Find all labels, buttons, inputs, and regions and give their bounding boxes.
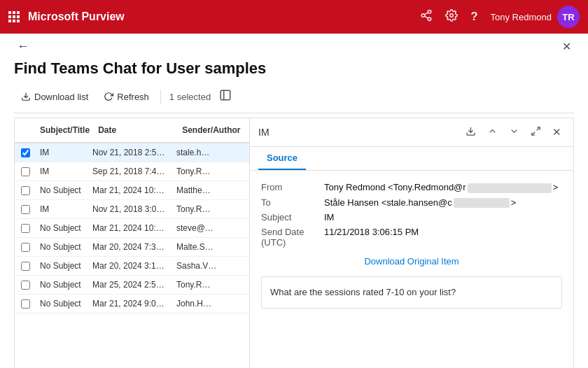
nav-row: ← ✕: [14, 34, 574, 57]
svg-rect-7: [220, 90, 230, 100]
row-sender: Malte.S…: [172, 238, 249, 256]
refresh-button[interactable]: Refresh: [97, 88, 156, 106]
row-date: Mar 25, 2024 2:56 …: [88, 276, 172, 294]
row-checkbox[interactable]: [15, 276, 36, 294]
svg-point-1: [421, 13, 425, 17]
row-date: Mar 21, 2024 10:34…: [88, 181, 172, 199]
row-checkbox[interactable]: [15, 239, 36, 256]
table-row[interactable]: No SubjectMar 21, 2024 9:04 …John.H…: [15, 295, 249, 313]
row-subject: No Subject: [36, 276, 88, 294]
row-subject: No Subject: [36, 295, 88, 313]
download-original-container: Download Original Item: [261, 256, 562, 267]
settings-icon[interactable]: [445, 9, 458, 25]
row-sender: Tony.R…: [172, 162, 249, 181]
field-send-date: Send Date (UTC) 11/21/2018 3:06:15 PM: [261, 227, 562, 248]
username: Tony Redmond: [491, 12, 552, 22]
detail-tabs: Source: [250, 147, 573, 171]
detail-panel-title: IM: [258, 127, 458, 138]
row-date: Nov 21, 2018 2:55 …: [88, 143, 172, 162]
row-subject: No Subject: [36, 181, 88, 199]
from-value: Tony Redmond <Tony.Redmond@r>: [324, 182, 562, 193]
detail-up-button[interactable]: [484, 124, 501, 141]
topbar-icons: ? Tony Redmond TR: [420, 6, 580, 28]
subject-value: IM: [324, 212, 562, 222]
detail-download-button[interactable]: [462, 124, 479, 141]
app-name: Microsoft Purview: [28, 10, 413, 23]
main-content: ← ✕ Find Teams Chat for User samples Dow…: [0, 34, 588, 368]
tab-source[interactable]: Source: [258, 147, 306, 170]
col-date: Date: [94, 122, 178, 138]
row-checkbox[interactable]: [15, 201, 36, 218]
table-body: IMNov 21, 2018 2:55 …stale.h…IMSep 21, 2…: [15, 143, 249, 368]
back-button[interactable]: ←: [17, 39, 29, 54]
svg-line-4: [425, 12, 428, 14]
close-button[interactable]: ✕: [562, 40, 571, 53]
svg-point-2: [428, 17, 431, 21]
row-checkbox[interactable]: [15, 182, 36, 199]
download-list-button[interactable]: Download list: [14, 88, 95, 106]
row-subject: IM: [36, 143, 88, 162]
refresh-label: Refresh: [117, 92, 149, 102]
split-layout: Subject/Title Date Sender/Author IMNov 2…: [14, 118, 574, 368]
detail-expand-button[interactable]: [527, 124, 545, 141]
table-row[interactable]: IMSep 21, 2018 7:49 P…Tony.R…: [15, 162, 249, 181]
col-sender: Sender/Author: [178, 122, 249, 138]
table-row[interactable]: IMNov 21, 2018 3:00 …Tony.R…: [15, 200, 249, 219]
table-header: Subject/Title Date Sender/Author: [15, 118, 249, 143]
email-detail: From Tony Redmond <Tony.Redmond@r> To St…: [250, 171, 573, 368]
field-subject: Subject IM: [261, 212, 562, 222]
table-row[interactable]: No SubjectMar 20, 2024 3:15 …Sasha.V…: [15, 257, 249, 276]
row-sender: stale.h…: [172, 143, 249, 162]
detail-panel: IM: [249, 118, 574, 368]
table-row[interactable]: No SubjectMar 21, 2024 10:44…steve@…: [15, 219, 249, 238]
topbar: Microsoft Purview ? Tony Redmond TR: [0, 0, 588, 34]
row-date: Mar 20, 2024 3:15 …: [88, 257, 172, 275]
avatar-initials: TR: [562, 12, 574, 22]
page-title: Find Teams Chat for User samples: [14, 59, 574, 78]
row-subject: No Subject: [36, 238, 88, 256]
row-checkbox[interactable]: [15, 220, 36, 237]
send-date-value: 11/21/2018 3:06:15 PM: [324, 227, 562, 248]
detail-close-button[interactable]: ✕: [549, 124, 565, 141]
from-label: From: [261, 182, 324, 193]
row-sender: Tony.R…: [172, 200, 249, 218]
svg-line-3: [425, 16, 428, 18]
download-original-link[interactable]: Download Original Item: [364, 256, 458, 267]
table-row[interactable]: No SubjectMar 20, 2024 7:36 …Malte.S…: [15, 238, 249, 257]
row-checkbox[interactable]: [15, 257, 36, 275]
col-subject: Subject/Title: [36, 122, 94, 138]
toolbar: Download list Refresh 1 selected: [14, 86, 574, 113]
share-icon[interactable]: [420, 9, 433, 25]
field-to: To Ståle Hansen <stale.hansen@c>: [261, 197, 562, 208]
download-icon: [21, 92, 31, 101]
row-date: Nov 21, 2018 3:00 …: [88, 200, 172, 218]
detail-toolbar: IM: [250, 118, 573, 147]
svg-line-10: [537, 127, 540, 130]
svg-line-11: [532, 132, 535, 135]
user-menu[interactable]: Tony Redmond TR: [491, 6, 580, 28]
selected-count: 1 selected: [165, 92, 215, 102]
help-icon[interactable]: ?: [470, 10, 477, 24]
row-sender: Sasha.V…: [172, 257, 249, 275]
row-subject: IM: [36, 200, 88, 218]
row-checkbox[interactable]: [15, 144, 36, 162]
row-date: Mar 21, 2024 10:44…: [88, 219, 172, 237]
send-date-label: Send Date (UTC): [261, 227, 324, 248]
detail-down-button[interactable]: [505, 124, 523, 141]
row-checkbox[interactable]: [15, 163, 36, 181]
download-list-label: Download list: [34, 92, 88, 102]
row-date: Mar 20, 2024 7:36 …: [88, 238, 172, 256]
table-row[interactable]: No SubjectMar 25, 2024 2:56 …Tony.R…: [15, 276, 249, 295]
filter-icon[interactable]: [216, 86, 234, 107]
email-fields: From Tony Redmond <Tony.Redmond@r> To St…: [261, 182, 562, 248]
row-checkbox[interactable]: [15, 295, 36, 313]
row-sender: Matthe…: [172, 181, 249, 199]
table-row[interactable]: No SubjectMar 21, 2024 10:34…Matthe…: [15, 181, 249, 200]
row-subject: No Subject: [36, 219, 88, 237]
table-row[interactable]: IMNov 21, 2018 2:55 …stale.h…: [15, 143, 249, 162]
avatar[interactable]: TR: [557, 6, 580, 28]
svg-point-0: [428, 10, 431, 13]
row-subject: IM: [36, 162, 88, 181]
app-grid-icon[interactable]: [8, 11, 21, 22]
row-subject: No Subject: [36, 257, 88, 275]
